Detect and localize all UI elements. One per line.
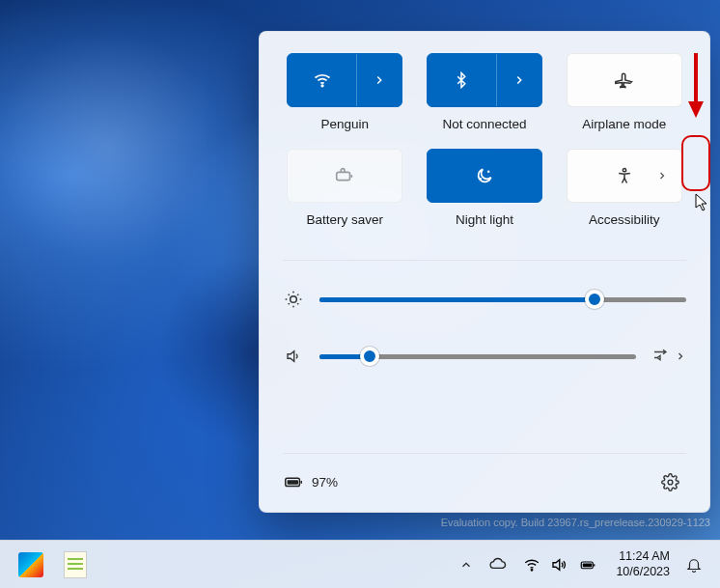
quick-settings-tiles: Penguin Not connected Airplane mode — [283, 53, 686, 227]
bell-icon — [685, 556, 703, 574]
wifi-icon — [288, 70, 356, 90]
wifi-label: Penguin — [321, 117, 370, 131]
svg-point-9 — [532, 569, 534, 571]
taskbar: 11:24 AM 10/6/2023 — [0, 540, 720, 588]
store-icon — [18, 552, 43, 577]
microsoft-store-button[interactable] — [12, 546, 50, 584]
chevron-up-icon — [459, 558, 473, 572]
volume-icon — [283, 348, 304, 365]
onedrive-tray-button[interactable] — [483, 546, 513, 584]
volume-thumb[interactable] — [360, 347, 379, 366]
quick-settings-panel: Penguin Not connected Airplane mode — [259, 31, 710, 513]
airplane-mode-tile[interactable] — [567, 53, 682, 107]
airplane-mode-label: Airplane mode — [582, 117, 666, 131]
wifi-tile[interactable] — [287, 53, 402, 107]
cloud-icon — [488, 555, 508, 574]
accessibility-icon — [615, 166, 634, 185]
bluetooth-label: Not connected — [442, 117, 526, 131]
notepad-icon — [64, 551, 87, 578]
battery-tray-icon — [577, 556, 598, 574]
brightness-slider[interactable] — [319, 297, 686, 302]
brightness-row — [283, 290, 686, 309]
tray-overflow-button[interactable] — [452, 546, 481, 584]
svg-point-8 — [668, 480, 673, 485]
chevron-right-icon — [675, 350, 686, 362]
network-volume-battery-tray[interactable] — [515, 546, 606, 584]
battery-percent: 97% — [312, 475, 338, 490]
wifi-tray-icon — [523, 556, 540, 574]
svg-point-0 — [321, 85, 323, 87]
notifications-button[interactable] — [679, 546, 708, 584]
audio-output-button[interactable] — [651, 348, 686, 365]
night-light-icon — [475, 166, 494, 185]
brightness-icon — [283, 290, 304, 309]
svg-point-5 — [291, 296, 297, 303]
settings-button[interactable] — [653, 465, 686, 498]
svg-rect-7 — [288, 480, 298, 485]
gear-icon — [661, 473, 679, 491]
accessibility-tile[interactable] — [567, 149, 682, 203]
brightness-thumb[interactable] — [585, 290, 604, 309]
volume-tray-icon — [550, 556, 568, 574]
bluetooth-expand-button[interactable] — [496, 54, 541, 106]
clock-time: 11:24 AM — [616, 549, 670, 565]
annotation-highlight-box — [681, 135, 710, 191]
accessibility-label: Accessibility — [589, 212, 660, 227]
evaluation-watermark: Evaluation copy. Build 23967.rs_prerelea… — [441, 517, 710, 528]
sliders-section — [283, 260, 686, 365]
wifi-expand-button[interactable] — [356, 54, 402, 106]
svg-rect-1 — [337, 172, 350, 180]
bluetooth-tile[interactable] — [427, 53, 542, 107]
battery-saver-icon — [334, 165, 355, 186]
bluetooth-icon — [428, 71, 496, 89]
night-light-tile[interactable] — [427, 149, 542, 203]
volume-row — [283, 348, 686, 365]
notepad-app-button[interactable] — [56, 546, 95, 584]
svg-point-2 — [480, 179, 481, 180]
cursor-pointer-icon — [695, 193, 710, 212]
battery-status-button[interactable]: 97% — [283, 471, 338, 492]
quick-settings-footer: 97% — [283, 453, 686, 498]
battery-saver-label: Battery saver — [307, 212, 384, 227]
battery-icon — [283, 471, 304, 492]
accessibility-expand-icon — [656, 170, 668, 182]
clock-date: 10/6/2023 — [616, 565, 670, 580]
battery-saver-tile[interactable] — [287, 149, 402, 203]
svg-point-3 — [488, 171, 489, 172]
svg-rect-11 — [583, 563, 592, 567]
audio-device-icon — [651, 348, 669, 365]
night-light-label: Night light — [456, 212, 513, 227]
annotation-arrow — [685, 48, 706, 126]
volume-slider[interactable] — [319, 354, 636, 359]
svg-point-4 — [623, 169, 625, 172]
airplane-icon — [615, 70, 634, 90]
taskbar-clock[interactable]: 11:24 AM 10/6/2023 — [608, 549, 678, 579]
